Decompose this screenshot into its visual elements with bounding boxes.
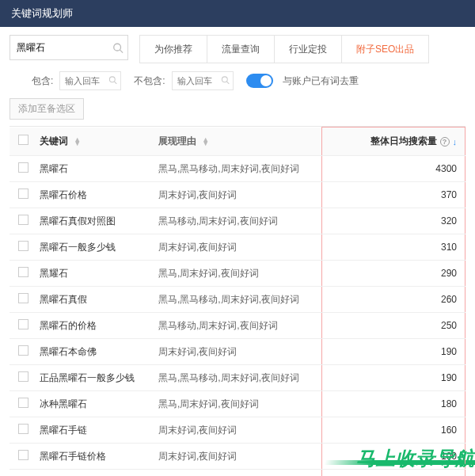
reason-cell: 黑马,周末好词,夜间好词: [155, 261, 321, 287]
keyword-cell: 黑曜石真假: [36, 287, 155, 313]
keyword-cell: 黑曜石的禁忌: [36, 470, 155, 477]
tab-industry[interactable]: 行业定投: [275, 36, 342, 63]
table-row: 黑曜石手链价格周末好词,夜间好词100: [10, 444, 466, 470]
app-title: 关键词规划师: [11, 6, 73, 21]
svg-point-4: [222, 77, 227, 82]
volume-cell: 260: [321, 287, 466, 313]
tab-recommend[interactable]: 为你推荐: [140, 36, 207, 63]
svg-line-3: [115, 82, 117, 84]
keyword-header[interactable]: 关键词 ▲▼: [36, 128, 155, 156]
info-icon[interactable]: ?: [440, 137, 450, 147]
table-row: 黑曜石真假黑马,黑马移动,周末好词,夜间好词260: [10, 287, 466, 313]
search-row: 为你推荐 流量查询 行业定投 附子SEO出品: [0, 27, 475, 63]
include-label: 包含:: [32, 74, 53, 88]
volume-cell: 320: [321, 208, 466, 234]
svg-point-2: [110, 77, 116, 82]
reason-cell: 黑马,黑马移动,周末好词,夜间好词: [155, 287, 321, 313]
sort-icon: ▲▼: [74, 138, 81, 146]
svg-line-5: [226, 82, 229, 84]
row-checkbox[interactable]: [18, 241, 28, 251]
table-row: 黑曜石的价格黑马移动,周末好词,夜间好词250: [10, 313, 466, 339]
results-table: 关键词 ▲▼ 展现理由 ▲▼ 整体日均搜索量 ? ↓ 黑曜石黑马,黑马移动,周末…: [10, 126, 466, 476]
volume-header[interactable]: 整体日均搜索量 ? ↓: [321, 128, 466, 156]
row-checkbox[interactable]: [18, 215, 28, 225]
dedupe-label: 与账户已有词去重: [283, 74, 359, 88]
tab-brand[interactable]: 附子SEO出品: [342, 36, 428, 63]
dedupe-toggle[interactable]: [246, 74, 273, 88]
reason-header[interactable]: 展现理由 ▲▼: [155, 128, 321, 156]
table-row: 黑耀石黑马,周末好词,夜间好词290: [10, 261, 466, 287]
keyword-cell: 黑耀石: [36, 261, 155, 287]
reason-cell: 黑马移动,周末好词,夜间好词: [155, 208, 321, 234]
row-checkbox[interactable]: [18, 424, 28, 434]
keyword-cell: 黑曜石真假对照图: [36, 208, 155, 234]
reason-cell: 周末好词,夜间好词: [155, 417, 321, 444]
table-row: 黑曜石真假对照图黑马移动,周末好词,夜间好词320: [10, 208, 466, 234]
row-checkbox[interactable]: [18, 162, 28, 173]
volume-cell: 180: [321, 391, 466, 417]
reason-cell: 黑马,黑马移动,周末好词,夜间好词: [155, 156, 321, 182]
table-header-row: 关键词 ▲▼ 展现理由 ▲▼ 整体日均搜索量 ? ↓: [10, 128, 466, 156]
add-to-selection-button[interactable]: 添加至备选区: [10, 98, 84, 120]
keyword-cell: 黑曜石一般多少钱: [36, 234, 155, 261]
reason-cell: 周末好词,夜间好词: [155, 234, 321, 261]
table-row: 黑曜石一般多少钱周末好词,夜间好词310: [10, 234, 466, 261]
keyword-cell: 黑曜石价格: [36, 182, 155, 208]
keyword-cell: 黑曜石的价格: [36, 313, 155, 339]
volume-cell: 370: [321, 182, 466, 208]
select-all-header: [10, 128, 36, 156]
keyword-cell: 黑曜石本命佛: [36, 339, 155, 365]
row-checkbox[interactable]: [18, 345, 28, 356]
reason-cell: 黑马移动,周末好词,夜间好词: [155, 313, 321, 339]
tab-bar: 为你推荐 流量查询 行业定投 附子SEO出品: [139, 35, 429, 63]
table-row: 黑曜石手链周末好词,夜间好词160: [10, 417, 466, 444]
select-all-checkbox[interactable]: [18, 135, 28, 145]
volume-cell: 4300: [321, 156, 466, 182]
keyword-cell: 黑曜石手链价格: [36, 444, 155, 470]
keyword-cell: 黑曜石手链: [36, 417, 155, 444]
row-checkbox[interactable]: [18, 398, 28, 408]
volume-cell: 250: [321, 313, 466, 339]
volume-cell: 160: [321, 417, 466, 444]
app-header: 关键词规划师: [0, 0, 475, 27]
reason-cell: 黑马,周末好词,夜间好词: [155, 391, 321, 417]
action-row: 添加至备选区: [0, 98, 475, 126]
row-checkbox[interactable]: [18, 293, 28, 303]
row-checkbox[interactable]: [18, 188, 28, 199]
row-checkbox[interactable]: [18, 371, 28, 382]
svg-line-1: [120, 50, 124, 53]
keyword-cell: 正品黑曜石一般多少钱: [36, 365, 155, 391]
sort-icon: ▲▼: [202, 138, 209, 146]
row-checkbox[interactable]: [18, 450, 28, 460]
reason-cell: 周末好词,夜间好词: [155, 182, 321, 208]
search-icon[interactable]: [221, 76, 230, 86]
row-checkbox[interactable]: [18, 267, 28, 277]
table-row: 黑曜石价格周末好词,夜间好词370: [10, 182, 466, 208]
table-row: 正品黑曜石一般多少钱黑马,黑马移动,周末好词,夜间好词190: [10, 365, 466, 391]
search-icon[interactable]: [112, 43, 124, 56]
volume-cell: 190: [321, 339, 466, 365]
volume-cell: 90: [321, 470, 466, 477]
volume-cell: 190: [321, 365, 466, 391]
reason-cell: 周末好词,夜间好词: [155, 470, 321, 477]
search-icon[interactable]: [108, 76, 117, 86]
search-box: [10, 35, 128, 63]
reason-cell: 周末好词,夜间好词: [155, 339, 321, 365]
volume-cell: 100: [321, 444, 466, 470]
table-row: 黑曜石黑马,黑马移动,周末好词,夜间好词4300: [10, 156, 466, 182]
filter-row: 包含: 不包含: 与账户已有词去重: [0, 63, 475, 98]
reason-cell: 周末好词,夜间好词: [155, 444, 321, 470]
keyword-cell: 冰种黑曜石: [36, 391, 155, 417]
table-row: 冰种黑曜石黑马,周末好词,夜间好词180: [10, 391, 466, 417]
volume-cell: 290: [321, 261, 466, 287]
search-input[interactable]: [10, 35, 128, 60]
table-row: 黑曜石的禁忌周末好词,夜间好词90: [10, 470, 466, 477]
table-row: 黑曜石本命佛周末好词,夜间好词190: [10, 339, 466, 365]
svg-point-0: [114, 44, 121, 51]
tab-traffic[interactable]: 流量查询: [207, 36, 275, 63]
exclude-label: 不包含:: [134, 74, 165, 88]
reason-cell: 黑马,黑马移动,周末好词,夜间好词: [155, 365, 321, 391]
row-checkbox[interactable]: [18, 319, 28, 329]
sort-desc-icon: ↓: [453, 137, 458, 147]
keyword-cell: 黑曜石: [36, 156, 155, 182]
